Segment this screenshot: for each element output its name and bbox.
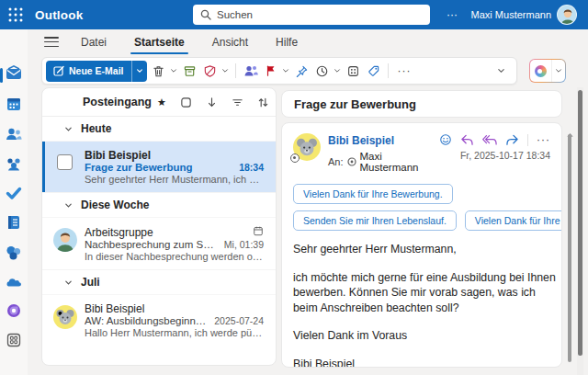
mark-read-icon[interactable] [206,96,218,108]
email-row-selected[interactable]: Bibi Beispiel Frage zur Bewerbung 18:34 … [42,141,276,192]
reply-icon[interactable] [460,134,474,146]
notebook-icon[interactable] [5,213,23,232]
top-bar: Outlook Suchen ··· Maxi Mustermann [0,0,588,29]
categorize-tag-icon[interactable] [365,60,382,82]
snooze-dropdown-icon[interactable] [334,67,342,74]
reaction-smiley-icon[interactable] [439,133,452,146]
copilot-icon[interactable] [530,60,551,82]
search-placeholder: Suchen [217,9,253,20]
email-preview: Sehr geehrter Herr Mustermann, ich m... [85,174,264,185]
new-mail-split-button[interactable]: Neue E-Mail [46,61,147,82]
ribbon-collapse-icon[interactable] [497,66,505,75]
app-rail [0,29,28,375]
email-sender: Bibi Beispiel [85,149,151,162]
reading-pane-subject: Frage zur Bewerbung [281,90,562,118]
onedrive-icon[interactable] [5,273,23,291]
app-launcher-icon[interactable] [7,6,24,23]
folder-title: Posteingang [83,96,152,108]
email-preview: Hallo Herr Mustermann, ich werde pün... [85,327,264,338]
suggested-reply-chip[interactable]: Vielen Dank für Ihre Bewerbung. [293,184,453,204]
archive-icon[interactable] [181,60,198,82]
message-card: Bibi Beispiel An: Maxi Mustermann [281,122,562,368]
topbar-more-button[interactable]: ··· [441,0,463,29]
todo-icon[interactable] [5,184,23,202]
sender-avatar[interactable] [293,133,321,161]
delete-icon[interactable] [150,60,167,82]
flag-icon[interactable] [263,60,279,82]
forward-icon[interactable] [505,134,519,146]
tab-startseite[interactable]: Startseite [132,32,187,52]
email-row[interactable]: Arbeitsgruppe Nachbesprechung zum Spor..… [42,217,276,269]
window-scrollbar[interactable] [578,90,582,356]
filter-icon[interactable] [232,96,243,108]
chevron-down-icon [64,278,73,287]
message-header: Bibi Beispiel An: Maxi Mustermann [293,133,550,173]
search-input[interactable]: Suchen [193,5,430,25]
body-closing: Vielen Dank im Voraus [293,328,557,344]
user-name[interactable]: Maxi Mustermann [471,0,551,29]
user-avatar[interactable] [557,5,577,25]
recipient-name[interactable]: Maxi Mustermann [360,151,432,173]
pin-icon[interactable] [293,60,311,82]
compose-icon [53,65,64,76]
new-mail-button[interactable]: Neue E-Mail [46,61,131,82]
suggested-replies: Vielen Dank für Ihre Bewerbung. Senden S… [293,184,550,231]
copilot-dropdown-icon[interactable] [551,60,565,82]
email-subject: Nachbesprechung zum Spor... [85,239,219,250]
suggested-reply-chip[interactable]: Vielen Dank für Ihre Nachricht. [465,210,562,231]
email-row[interactable]: Bibi Beispiel AW: Ausbildungsbeginn a...… [42,294,276,346]
tab-hilfe[interactable]: Hilfe [274,32,300,52]
group-label: Diese Woche [81,199,149,211]
delete-dropdown-icon[interactable] [170,67,178,74]
report-dropdown-icon[interactable] [221,67,230,74]
email-checkbox[interactable] [57,154,73,170]
suggested-reply-chip[interactable]: Senden Sie mir Ihren Lebenslauf. [293,210,457,231]
toolbar-divider [388,63,389,78]
report-icon[interactable] [201,60,219,82]
copilot-split-button[interactable] [529,59,566,83]
toolbar-more-button[interactable]: ··· [394,64,415,77]
select-all-icon[interactable] [180,96,192,108]
nav-toggle-icon[interactable] [44,37,59,48]
group-header-heute[interactable]: Heute [42,117,276,141]
teams-share-icon[interactable] [242,60,260,82]
groups-icon[interactable] [5,154,23,173]
new-mail-label: Neue E-Mail [69,65,124,76]
message-actions: ··· [439,133,550,146]
message-date: Fr, 2025-10-17 18:34 [460,150,550,161]
snooze-icon[interactable] [313,60,331,82]
new-mail-dropdown[interactable] [131,61,147,82]
email-subject: AW: Ausbildungsbeginn a... [85,315,209,326]
message-body: Sehr geehrter Herr Mustermann, ich möcht… [293,242,557,368]
group-header-diese-woche[interactable]: Diese Woche [42,192,276,217]
body-greeting: Sehr geehrter Herr Mustermann, [293,242,557,257]
body-signature: Bibi Beispiel [293,357,557,369]
tab-datei[interactable]: Datei [79,32,108,52]
tab-ansicht[interactable]: Ansicht [210,32,250,52]
message-sender-name[interactable]: Bibi Beispiel [328,134,432,147]
reading-pane-scrollbar[interactable] [568,134,571,362]
people-icon[interactable] [5,125,23,143]
sender-badge-icon [290,153,300,163]
favorite-star-icon[interactable]: ★ [157,97,166,108]
calendar-icon[interactable] [5,95,23,113]
rail-selection-indicator [0,68,3,83]
email-time: Mi, 01:39 [224,239,264,250]
reply-all-icon[interactable] [482,134,497,146]
mail-icon[interactable] [5,64,23,83]
recipient-badge-icon [347,157,356,166]
group-label: Juli [81,276,100,289]
sender-avatar [53,305,77,329]
email-time: 2025-07-24 [214,315,264,326]
more-apps-icon[interactable] [5,331,23,349]
communities-icon[interactable] [5,244,23,262]
quick-steps-icon[interactable] [345,60,362,82]
loop-icon[interactable] [5,301,23,320]
flag-dropdown-icon[interactable] [282,67,290,74]
sort-icon[interactable] [257,96,269,108]
message-more-button[interactable]: ··· [537,133,550,146]
email-time: 18:34 [239,162,264,173]
app-title: Outlook [35,0,83,29]
group-header-juli[interactable]: Juli [42,269,276,294]
list-pane-header: Posteingang ★ [42,88,276,116]
